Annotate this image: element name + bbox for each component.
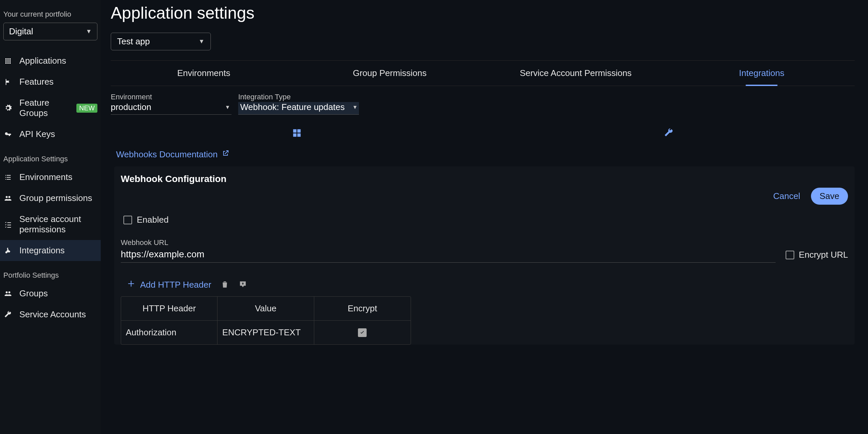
webhook-icon xyxy=(3,246,13,255)
chevron-down-icon: ▼ xyxy=(198,38,205,45)
delete-icon[interactable] xyxy=(220,280,229,290)
tab-integrations[interactable]: Integrations xyxy=(669,61,855,86)
enabled-label: Enabled xyxy=(137,215,168,225)
encrypt-url-checkbox[interactable] xyxy=(785,251,794,259)
cell-header-name: Authorization xyxy=(121,321,217,344)
sidebar-item-label: Applications xyxy=(19,56,66,66)
portfolio-label: Your current portfolio xyxy=(0,10,101,23)
export-icon[interactable] xyxy=(239,280,247,290)
gear-icon xyxy=(3,103,13,113)
field-label: Integration Type xyxy=(238,93,359,101)
list-icon xyxy=(3,173,13,182)
sidebar-item-service-account-permissions[interactable]: Service account permissions xyxy=(0,209,101,240)
group-icon xyxy=(3,194,13,203)
tabs: Environments Group Permissions Service A… xyxy=(111,60,855,86)
integration-type-field: Integration Type Webhook: Feature update… xyxy=(238,93,359,115)
section-label-app-settings: Application Settings xyxy=(0,145,101,167)
enabled-checkbox[interactable] xyxy=(123,216,132,224)
portfolio-select[interactable]: Digital ▼ xyxy=(3,23,97,40)
link-label: Webhooks Documentation xyxy=(116,149,217,160)
chevron-down-icon: ▼ xyxy=(352,104,358,110)
sidebar-item-integrations[interactable]: Integrations xyxy=(0,240,101,261)
apps-icon xyxy=(3,56,13,66)
main-content: Application settings Test app ▼ Environm… xyxy=(101,0,868,434)
table-row[interactable]: Authorization ENCRYPTED-TEXT xyxy=(121,321,411,344)
sidebar-item-features[interactable]: Features xyxy=(0,71,101,92)
sidebar-item-label: Group permissions xyxy=(19,193,92,203)
webhook-url-input[interactable]: https://example.com xyxy=(121,248,776,263)
sidebar-item-label: Service account permissions xyxy=(19,214,97,235)
app-select[interactable]: Test app ▼ xyxy=(111,33,211,50)
app-select-value: Test app xyxy=(117,36,150,47)
sidebar-item-label: Features xyxy=(19,77,54,87)
plus-icon xyxy=(127,279,135,290)
groups-icon xyxy=(3,289,13,298)
sidebar-item-group-permissions[interactable]: Group permissions xyxy=(0,188,101,209)
tab-environments[interactable]: Environments xyxy=(111,61,297,86)
webhooks-docs-link[interactable]: Webhooks Documentation xyxy=(116,149,229,160)
field-label: Environment xyxy=(111,93,231,101)
chevron-down-icon: ▼ xyxy=(86,28,92,35)
external-link-icon xyxy=(221,149,229,160)
integration-type-select[interactable]: Webhook: Feature updates ▼ xyxy=(238,102,359,115)
sidebar-item-api-keys[interactable]: API Keys xyxy=(0,124,101,145)
sidebar-item-label: Feature Groups xyxy=(19,98,70,118)
wrench-icon[interactable] xyxy=(664,128,674,139)
table-header-row: HTTP Header Value Encrypt xyxy=(121,297,411,321)
grid-icon[interactable] xyxy=(292,128,302,139)
sidebar-item-service-accounts[interactable]: Service Accounts xyxy=(0,304,101,325)
col-header: HTTP Header xyxy=(121,297,217,321)
field-value: Webhook: Feature updates xyxy=(240,102,345,112)
encrypt-url-label: Encrypt URL xyxy=(799,250,848,260)
sidebar-item-label: API Keys xyxy=(19,129,55,139)
sidebar-item-label: Service Accounts xyxy=(19,309,86,320)
cancel-button[interactable]: Cancel xyxy=(769,188,804,204)
tab-group-permissions[interactable]: Group Permissions xyxy=(297,61,483,86)
col-header: Value xyxy=(217,297,314,321)
flag-icon xyxy=(3,77,13,87)
webhook-config-card: Webhook Configuration Cancel Save Enable… xyxy=(114,166,855,345)
http-headers-table: HTTP Header Value Encrypt Authorization … xyxy=(121,296,411,345)
sidebar-item-groups[interactable]: Groups xyxy=(0,283,101,304)
section-label-portfolio-settings: Portfolio Settings xyxy=(0,261,101,283)
sidebar-item-label: Integrations xyxy=(19,245,65,256)
sidebar-item-feature-groups[interactable]: Feature Groups NEW xyxy=(0,92,101,124)
environment-select[interactable]: production ▼ xyxy=(111,102,231,115)
sidebar-item-applications[interactable]: Applications xyxy=(0,50,101,71)
encrypt-row-checkbox[interactable] xyxy=(358,328,367,337)
button-label: Add HTTP Header xyxy=(140,280,211,290)
sidebar-item-label: Environments xyxy=(19,172,72,182)
col-header: Encrypt xyxy=(314,297,411,321)
cell-encrypt xyxy=(314,321,411,344)
new-badge: NEW xyxy=(76,104,97,113)
environment-field: Environment production ▼ xyxy=(111,93,231,115)
chevron-down-icon: ▼ xyxy=(225,104,230,110)
sidebar: Your current portfolio Digital ▼ Applica… xyxy=(0,0,101,434)
tab-service-account-permissions[interactable]: Service Account Permissions xyxy=(483,61,669,86)
save-button[interactable]: Save xyxy=(811,188,848,205)
add-http-header-button[interactable]: Add HTTP Header xyxy=(127,279,211,290)
field-label: Webhook URL xyxy=(121,238,776,247)
portfolio-value: Digital xyxy=(9,26,33,37)
key-icon xyxy=(3,130,13,139)
field-value: production xyxy=(111,102,151,112)
cell-header-value: ENCRYPTED-TEXT xyxy=(217,321,314,344)
page-title: Application settings xyxy=(111,3,855,23)
icon-strip xyxy=(111,128,855,139)
sidebar-item-environments[interactable]: Environments xyxy=(0,167,101,188)
checklist-icon xyxy=(3,220,13,229)
wrench-icon xyxy=(3,310,13,319)
card-title: Webhook Configuration xyxy=(121,174,848,184)
webhook-url-field: Webhook URL https://example.com xyxy=(121,238,776,263)
sidebar-item-label: Groups xyxy=(19,288,48,299)
